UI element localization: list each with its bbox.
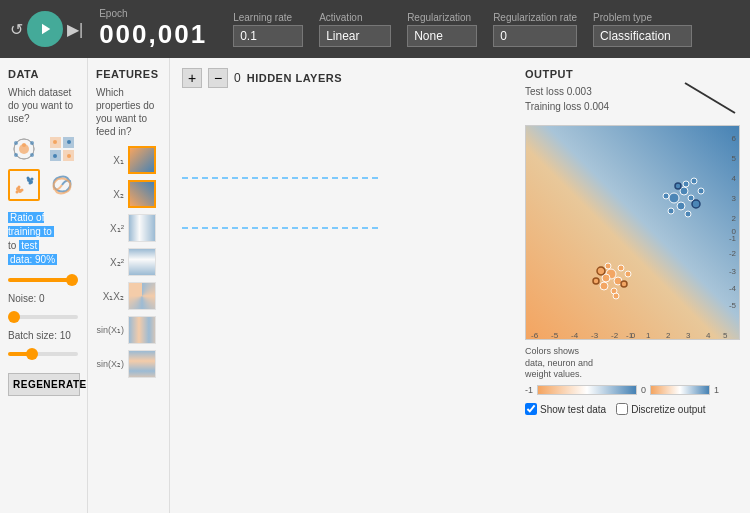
step-button[interactable]: ▶| — [67, 20, 83, 39]
regenerate-button[interactable]: REGENERATE — [8, 373, 80, 396]
noise-label: Noise: 0 — [8, 293, 79, 304]
show-test-data-text: Show test data — [540, 404, 606, 415]
feature-x1-label: X₁ — [96, 155, 124, 166]
svg-text:1: 1 — [646, 331, 651, 340]
svg-text:-3: -3 — [591, 331, 599, 340]
feature-sinx1-row: sin(X₁) — [96, 316, 161, 344]
reset-button[interactable]: ↺ — [10, 20, 23, 39]
svg-text:-1: -1 — [729, 234, 737, 243]
svg-point-62 — [613, 293, 619, 299]
loss-curve-svg — [680, 78, 740, 118]
feature-x2sq-label: X₂² — [96, 257, 124, 268]
svg-text:-6: -6 — [531, 331, 539, 340]
regularization-label: Regularization — [407, 12, 477, 23]
svg-point-65 — [669, 193, 679, 203]
remove-layer-button[interactable]: − — [208, 68, 228, 88]
learning-rate-label: Learning rate — [233, 12, 303, 23]
show-test-data-label[interactable]: Show test data — [525, 403, 606, 415]
noise-slider-container — [8, 308, 79, 322]
svg-text:-3: -3 — [729, 267, 737, 276]
svg-point-13 — [53, 140, 57, 144]
feature-sinx2-thumb[interactable] — [128, 350, 156, 378]
svg-rect-29 — [526, 126, 740, 340]
learning-rate-select[interactable]: 0.10.030.010.31 — [233, 25, 303, 47]
discretize-output-text: Discretize output — [631, 404, 705, 415]
ratio-slider-container — [8, 271, 79, 285]
add-layer-button[interactable]: + — [182, 68, 202, 88]
svg-point-20 — [21, 189, 24, 192]
footer-row: Show test data Discretize output — [525, 403, 740, 415]
epoch-label: Epoch — [99, 8, 207, 19]
svg-text:4: 4 — [732, 174, 737, 183]
epoch-display: Epoch 000,001 — [99, 8, 207, 50]
hidden-layers-title: HIDDEN LAYERS — [247, 72, 342, 84]
play-button[interactable] — [27, 11, 63, 47]
hidden-layers-panel: + − 0 HIDDEN LAYERS — [170, 58, 515, 513]
hidden-layer-count: 0 — [234, 71, 241, 85]
svg-point-68 — [688, 195, 694, 201]
batch-slider-container — [8, 345, 79, 359]
svg-text:2: 2 — [666, 331, 671, 340]
dataset-spiral[interactable] — [46, 169, 78, 201]
svg-text:-1: -1 — [626, 331, 634, 340]
epoch-value: 000,001 — [99, 19, 207, 50]
feature-x1-thumb[interactable] — [128, 146, 156, 174]
feature-x2sq-row: X₂² — [96, 248, 161, 276]
feature-sinx1-thumb[interactable] — [128, 316, 156, 344]
svg-point-25 — [31, 178, 34, 181]
batch-label: Batch size: 10 — [8, 330, 79, 341]
svg-text:3: 3 — [686, 331, 691, 340]
svg-point-16 — [53, 154, 57, 158]
discretize-output-label[interactable]: Discretize output — [616, 403, 705, 415]
colorbar-section: Colors showsdata, neuron andweight value… — [525, 346, 740, 395]
batch-slider[interactable] — [8, 352, 78, 356]
data-title: DATA — [8, 68, 79, 80]
activation-label: Activation — [319, 12, 391, 23]
noise-slider[interactable] — [8, 315, 78, 319]
feature-x1sq-thumb[interactable] — [128, 214, 156, 242]
regularization-select[interactable]: NoneL1L2 — [407, 25, 477, 47]
svg-point-74 — [685, 211, 691, 217]
feature-x2-thumb[interactable] — [128, 180, 156, 208]
loss-text: Test loss 0.003 Training loss 0.004 — [525, 84, 609, 114]
svg-text:5: 5 — [723, 331, 728, 340]
data-panel: DATA Which dataset do you want to use? — [0, 58, 88, 513]
feature-x1x2-label: X₁X₂ — [96, 291, 124, 302]
test-loss: Test loss 0.003 — [525, 84, 609, 99]
problem-type-select[interactable]: ClassificationRegression — [593, 25, 692, 47]
feature-x1-row: X₁ — [96, 146, 161, 174]
dataset-circle[interactable] — [8, 133, 40, 165]
network-svg — [182, 98, 503, 318]
svg-point-5 — [30, 141, 34, 145]
show-test-data-checkbox[interactable] — [525, 403, 537, 415]
features-panel: FEATURES Which properties do you want to… — [88, 58, 170, 513]
output-header-row: OUTPUT Test loss 0.003 Training loss 0.0… — [525, 68, 740, 121]
feature-x1x2-thumb[interactable] — [128, 282, 156, 310]
svg-marker-0 — [42, 24, 50, 35]
svg-point-4 — [14, 141, 18, 145]
feature-x2-row: X₂ — [96, 180, 161, 208]
svg-text:-5: -5 — [729, 301, 737, 310]
main-area: DATA Which dataset do you want to use? — [0, 58, 750, 513]
svg-point-61 — [621, 281, 627, 287]
colorbar-row: -1 0 1 — [525, 385, 740, 395]
svg-point-63 — [605, 263, 611, 269]
dataset-gaussian[interactable] — [8, 169, 40, 201]
learning-rate-group: Learning rate 0.10.030.010.31 — [233, 12, 303, 47]
loss-chart-arrow — [680, 78, 740, 121]
svg-text:3: 3 — [732, 194, 737, 203]
svg-point-7 — [30, 153, 34, 157]
features-question: Which properties do you want to feed in? — [96, 86, 161, 138]
svg-point-76 — [691, 178, 697, 184]
colorbar-min: -1 — [525, 385, 533, 395]
discretize-output-checkbox[interactable] — [616, 403, 628, 415]
reg-rate-select[interactable]: 00.0010.0030.01 — [493, 25, 577, 47]
feature-x2sq-thumb[interactable] — [128, 248, 156, 276]
activation-select[interactable]: LinearReLUTanhSigmoid — [319, 25, 391, 47]
feature-sinx1-label: sin(X₁) — [96, 325, 124, 335]
feature-sinx2-row: sin(X₂) — [96, 350, 161, 378]
ratio-highlight: test — [19, 240, 39, 251]
ratio-slider[interactable] — [8, 278, 78, 282]
topbar: ↺ ▶| Epoch 000,001 Learning rate 0.10.03… — [0, 0, 750, 58]
dataset-xor[interactable] — [46, 133, 78, 165]
